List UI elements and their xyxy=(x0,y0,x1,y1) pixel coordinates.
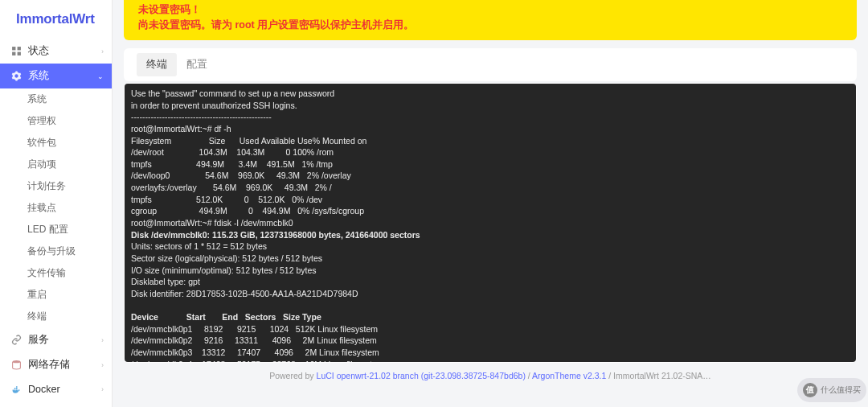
svg-rect-1 xyxy=(17,47,20,50)
footer-luci-link[interactable]: LuCI openwrt-21.02 branch (git-23.098.38… xyxy=(317,371,526,380)
svg-rect-0 xyxy=(12,47,15,50)
nav-sub-reboot[interactable]: 重启 xyxy=(0,284,112,306)
nav-system[interactable]: 系统 ⌄ xyxy=(0,64,112,88)
nav-label: 系统 xyxy=(28,69,49,83)
nav-sub-mounts[interactable]: 挂载点 xyxy=(0,197,112,219)
nav-label: Docker xyxy=(28,384,60,395)
nav-nas[interactable]: 网络存储 › xyxy=(0,352,112,377)
nav-sub-software[interactable]: 软件包 xyxy=(0,132,112,154)
dashboard-icon xyxy=(10,45,23,58)
nav-sub-backup[interactable]: 备份与升级 xyxy=(0,240,112,262)
nav-sub-system[interactable]: 系统 xyxy=(0,88,112,110)
nav-sub-led[interactable]: LED 配置 xyxy=(0,219,112,240)
tab-terminal[interactable]: 终端 xyxy=(137,53,177,76)
docker-icon xyxy=(10,383,23,396)
warning-text: 尚未设置密码。请为 root 用户设置密码以保护主机并启用。 xyxy=(138,18,842,32)
nav-label: 网络存储 xyxy=(28,358,70,372)
svg-point-4 xyxy=(12,360,20,363)
nav-sub-startup[interactable]: 启动项 xyxy=(0,154,112,175)
nav-label: 状态 xyxy=(28,44,49,58)
chevron-right-icon: › xyxy=(101,336,104,344)
nav-sub-scheduled[interactable]: 计划任务 xyxy=(0,175,112,197)
main-content: 未设置密码！ 尚未设置密码。请为 root 用户设置密码以保护主机并启用。 终端… xyxy=(113,0,868,407)
logo: ImmortalWrt xyxy=(0,0,112,39)
tab-config[interactable]: 配置 xyxy=(177,48,217,81)
svg-rect-2 xyxy=(12,52,15,56)
footer-version: / ImmortalWrt 21.02-SNA… xyxy=(606,371,711,380)
nav-docker[interactable]: Docker › xyxy=(0,377,112,401)
gear-icon xyxy=(10,70,23,83)
sidebar: ImmortalWrt 状态 › 系统 ⌄ 系统 管理权 软件包 启动项 计划任… xyxy=(0,0,113,407)
chevron-down-icon: ⌄ xyxy=(97,72,104,80)
svg-rect-3 xyxy=(17,52,20,56)
nav-sub-terminal[interactable]: 终端 xyxy=(0,306,112,327)
link-icon xyxy=(10,334,23,347)
warning-banner: 未设置密码！ 尚未设置密码。请为 root 用户设置密码以保护主机并启用。 xyxy=(124,0,857,40)
terminal-output[interactable]: Use the "passwd" command to set up a new… xyxy=(125,84,856,362)
tab-bar: 终端 配置 xyxy=(124,48,857,81)
chevron-right-icon: › xyxy=(101,385,104,393)
chevron-right-icon: › xyxy=(101,361,104,369)
nav-sub-filetransfer[interactable]: 文件传输 xyxy=(0,262,112,284)
warning-title: 未设置密码！ xyxy=(138,3,842,18)
nav-status[interactable]: 状态 › xyxy=(0,39,112,64)
nav-sub-admin[interactable]: 管理权 xyxy=(0,110,112,132)
nav-label: 服务 xyxy=(28,333,49,347)
terminal-panel: Use the "passwd" command to set up a new… xyxy=(124,83,857,363)
database-icon xyxy=(10,359,23,372)
footer-theme-link[interactable]: ArgonTheme v2.3.1 xyxy=(532,371,606,380)
nav-services[interactable]: 服务 › xyxy=(0,327,112,352)
footer: Powered by LuCI openwrt-21.02 branch (gi… xyxy=(124,363,857,388)
footer-powered: Powered by xyxy=(269,371,316,380)
chevron-right-icon: › xyxy=(101,47,104,56)
